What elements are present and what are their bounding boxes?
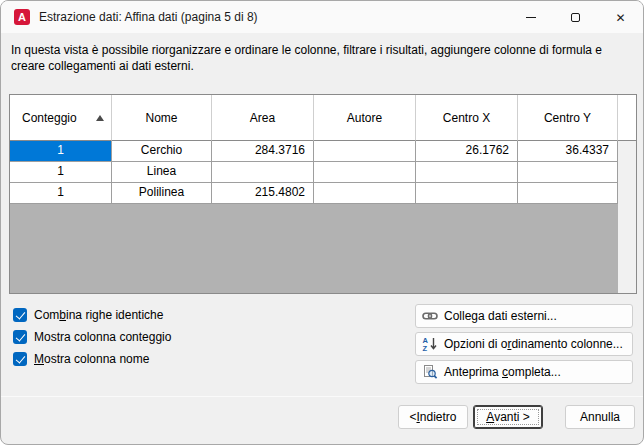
column-header-conteggio[interactable]: Conteggio: [10, 95, 112, 141]
window-controls: [508, 1, 643, 33]
table-cell[interactable]: 26.1762: [416, 141, 518, 162]
table-cell[interactable]: Linea: [112, 162, 212, 183]
table-cell[interactable]: 215.4802: [212, 183, 314, 204]
checkbox-checked-icon: [13, 330, 27, 344]
sort-ascending-icon: [96, 115, 104, 121]
table-cell[interactable]: Polilinea: [112, 183, 212, 204]
next-button[interactable]: Avanti >: [473, 405, 543, 429]
column-header-area[interactable]: Area: [212, 95, 314, 141]
minimize-button[interactable]: [508, 1, 553, 33]
table-cell[interactable]: [416, 162, 518, 183]
table-cell[interactable]: 284.3716: [212, 141, 314, 162]
checkbox-checked-icon: [13, 352, 27, 366]
link-icon: [422, 308, 438, 324]
column-header-centro-y[interactable]: Centro Y: [518, 95, 618, 141]
svg-text:Z: Z: [423, 344, 428, 352]
table-row: 1 Polilinea 215.4802: [10, 183, 618, 204]
table-vertical-scrollbar[interactable]: [618, 141, 636, 293]
table-row: 1 Linea: [10, 162, 618, 183]
table-cell[interactable]: [518, 183, 618, 204]
maximize-button[interactable]: [553, 1, 598, 33]
autocad-logo-icon: A: [14, 9, 30, 25]
table-cell[interactable]: [314, 162, 416, 183]
preview-icon: [422, 364, 438, 380]
checkbox-show-count-column[interactable]: Mostra colonna conteggio: [13, 329, 171, 345]
link-external-data-button[interactable]: Collega dati esterni...: [415, 304, 633, 328]
button-label: Collega dati esterni...: [444, 309, 557, 323]
back-button[interactable]: < Indietro: [398, 405, 468, 429]
table-cell[interactable]: [518, 162, 618, 183]
column-header-nome[interactable]: Nome: [112, 95, 212, 141]
minimize-icon: [526, 17, 536, 18]
table-cell[interactable]: Cerchio: [112, 141, 212, 162]
button-label: Opzioni di ordinamento colonne...: [444, 337, 623, 351]
table-cell[interactable]: [416, 183, 518, 204]
checkbox-label: Combina righe identiche: [34, 308, 163, 322]
table-cell[interactable]: 36.4337: [518, 141, 618, 162]
table-cell[interactable]: [314, 141, 416, 162]
table-cell[interactable]: [314, 183, 416, 204]
checkbox-combine-identical-rows[interactable]: Combina righe identiche: [13, 307, 163, 323]
grid-header-row: Conteggio Nome Area Autore Centro X Cent…: [10, 95, 636, 141]
close-button[interactable]: [598, 1, 643, 33]
window-title: Estrazione dati: Affina dati (pagina 5 d…: [39, 10, 258, 24]
titlebar: A Estrazione dati: Affina dati (pagina 5…: [1, 1, 643, 33]
table-cell[interactable]: 1: [10, 183, 112, 204]
checkbox-label: Mostra colonna nome: [34, 352, 149, 366]
cancel-button[interactable]: Annulla: [565, 405, 635, 429]
checkbox-label: Mostra colonna conteggio: [34, 330, 171, 344]
button-label: Anteprima completa...: [444, 365, 561, 379]
sort-columns-options-button[interactable]: A Z Opzioni di ordinamento colonne...: [415, 332, 633, 356]
table-cell-selected[interactable]: 1: [10, 141, 112, 162]
data-grid: Conteggio Nome Area Autore Centro X Cent…: [9, 94, 637, 294]
column-header-centro-x[interactable]: Centro X: [416, 95, 518, 141]
close-icon: [615, 8, 625, 26]
scrollbar-header-stub: [618, 95, 636, 141]
table-row: 1 Cerchio 284.3716 26.1762 36.4337: [10, 141, 618, 162]
dialog-window: A Estrazione dati: Affina dati (pagina 5…: [0, 0, 644, 445]
column-header-autore[interactable]: Autore: [314, 95, 416, 141]
maximize-icon: [571, 13, 580, 22]
description-text: In questa vista è possibile riorganizzar…: [11, 42, 627, 74]
sort-az-icon: A Z: [422, 336, 438, 352]
checkbox-show-name-column[interactable]: Mostra colonna nome: [13, 351, 149, 367]
table-cell[interactable]: [212, 162, 314, 183]
table-cell[interactable]: 1: [10, 162, 112, 183]
footer-separator: [1, 396, 643, 397]
full-preview-button[interactable]: Anteprima completa...: [415, 360, 633, 384]
checkbox-checked-icon: [13, 308, 27, 322]
